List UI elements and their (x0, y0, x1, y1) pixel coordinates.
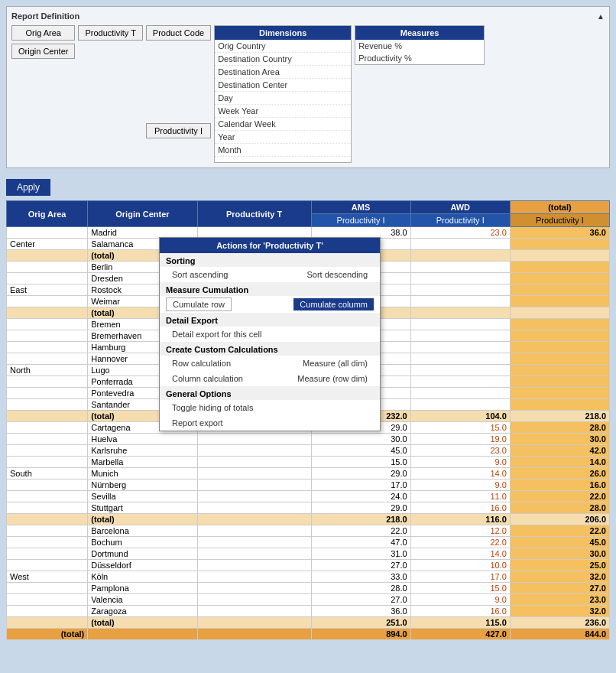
table-row: Karlsruhe 45.0 23.0 42.0 (7, 445, 610, 457)
cell-area (7, 560, 88, 571)
cell-prodt (197, 434, 311, 445)
cell-total: 236.0 (510, 617, 609, 629)
cell-prodt (197, 491, 311, 502)
cell-awd (410, 330, 510, 342)
cell-center: Munich (88, 468, 197, 480)
cell-center: Barcelona (88, 525, 197, 537)
dim-item-3[interactable]: Destination Center (215, 79, 351, 92)
cell-awd (410, 399, 510, 411)
cell-total: 30.0 (510, 548, 609, 560)
cell-center: Dortmund (88, 548, 197, 560)
cell-area (7, 606, 88, 617)
th-total: (total) (510, 201, 609, 214)
apply-button[interactable]: Apply (6, 179, 50, 196)
detail-export-cell-item[interactable]: Detail export for this cell (166, 328, 267, 340)
orig-area-btn[interactable]: Orig Area (11, 25, 75, 41)
th-productivity-t[interactable]: Productivity T (197, 201, 311, 227)
cell-total (510, 342, 609, 353)
dim-item-0[interactable]: Orig Country (215, 40, 351, 53)
cell-awd (410, 353, 510, 365)
cell-grand-ams: 894.0 (311, 629, 410, 640)
cell-prodt (197, 468, 311, 480)
collapse-icon[interactable]: ▲ (597, 12, 605, 21)
general-opt-row2: Report export (160, 415, 380, 431)
dim-item-5[interactable]: Week Year (215, 105, 351, 118)
cell-area (7, 262, 88, 273)
cell-area (7, 342, 88, 353)
cell-awd: 23.0 (410, 445, 510, 457)
cell-total: 45.0 (510, 537, 609, 548)
cell-awd (410, 273, 510, 284)
origin-center-btn[interactable]: Origin Center (11, 44, 75, 59)
cell-total: 218.0 (510, 411, 609, 422)
sort-descending-item[interactable]: Sort descending (301, 268, 374, 281)
section-sorting: Sorting (160, 253, 380, 267)
sort-ascending-item[interactable]: Sort ascending (166, 268, 234, 281)
cell-ams: 17.0 (311, 480, 410, 491)
dim-item-4[interactable]: Day (215, 92, 351, 105)
table-row: West Köln 33.0 17.0 32.0 (7, 571, 610, 583)
dim-item-7[interactable]: Year (215, 131, 351, 144)
cumulate-row-btn[interactable]: Cumulate row (166, 297, 232, 311)
report-export-item[interactable]: Report export (166, 417, 229, 429)
measure-item-1[interactable]: Productivity % (355, 52, 484, 64)
row-calculation-item[interactable]: Row calculation (166, 357, 237, 369)
cell-prodt (197, 537, 311, 548)
cell-prodt (197, 548, 311, 560)
product-code-col: Product Code Productivity I (146, 25, 211, 138)
column-calculation-item[interactable]: Column calculation (166, 372, 249, 385)
cell-prodt (197, 457, 311, 468)
cell-ams: 22.0 (311, 525, 410, 537)
productivity-t-btn[interactable]: Productivity T (78, 25, 142, 41)
dim-item-1[interactable]: Destination Country (215, 53, 351, 66)
cell-area (7, 330, 88, 342)
report-definition-panel: Report Definition ▲ Orig Area Origin Cen… (6, 6, 610, 168)
cell-total: 14.0 (510, 457, 609, 468)
cell-ams: 251.0 (311, 617, 410, 629)
cell-center: Stuttgart (88, 502, 197, 514)
measures-header: Measures (355, 26, 484, 40)
productivity-i-btn[interactable]: Productivity I (146, 123, 211, 138)
dimensions-box: Dimensions Orig Country Destination Coun… (214, 25, 352, 163)
dim-item-2[interactable]: Destination Area (215, 66, 351, 79)
cell-grand-center (88, 629, 197, 640)
cell-awd: 11.0 (410, 491, 510, 502)
cell-awd: 16.0 (410, 606, 510, 617)
dim-item-6[interactable]: Calendar Week (215, 118, 351, 131)
cumulate-column-btn[interactable]: Cumulate columm (293, 298, 374, 310)
cell-awd: 14.0 (410, 468, 510, 480)
cell-awd: 104.0 (410, 411, 510, 422)
cell-total: 32.0 (510, 606, 609, 617)
th-ams-sub: Productivity I (311, 214, 410, 227)
cell-total: 26.0 (510, 468, 609, 480)
table-row: Barcelona 22.0 12.0 22.0 (7, 525, 610, 537)
cell-awd (410, 365, 510, 376)
table-row: Dortmund 31.0 14.0 30.0 (7, 548, 610, 560)
cell-total (510, 262, 609, 273)
cell-area (7, 514, 88, 525)
th-ams: AMS (311, 201, 410, 214)
measure-all-dim-item[interactable]: Measure (all dim) (297, 357, 374, 369)
grand-total-row: (total) 894.0 427.0 844.0 (7, 629, 610, 640)
cell-total (510, 376, 609, 388)
cell-area (7, 388, 88, 399)
cell-awd (410, 342, 510, 353)
cell-area (7, 457, 88, 468)
cell-total (510, 399, 609, 411)
toggle-totals-item[interactable]: Toggle hiding of totals (166, 402, 259, 414)
measure-row-dim-item[interactable]: Measure (row dim) (291, 372, 374, 385)
section-custom-calcs: Create Custom Calculations (160, 342, 380, 356)
cell-area (7, 353, 88, 365)
product-code-btn[interactable]: Product Code (146, 25, 211, 41)
cell-prodt (197, 594, 311, 606)
dim-item-8[interactable]: Month (215, 144, 351, 157)
table-row: Nürnberg 17.0 9.0 16.0 (7, 480, 610, 491)
table-row: Bochum 47.0 22.0 45.0 (7, 537, 610, 548)
cell-area (7, 445, 88, 457)
cell-ams: 218.0 (311, 514, 410, 525)
measure-item-0[interactable]: Revenue % (355, 40, 484, 52)
cell-center: Marbella (88, 457, 197, 468)
cell-total (510, 307, 609, 319)
cell-total: 16.0 (510, 480, 609, 491)
cell-area (7, 376, 88, 388)
